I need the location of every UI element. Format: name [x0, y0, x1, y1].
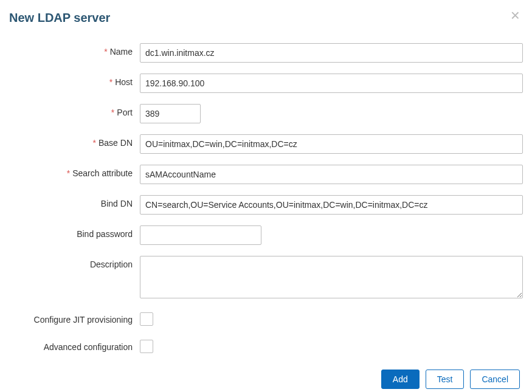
- search-attr-input[interactable]: [140, 165, 523, 184]
- base-dn-label: *Base DN: [9, 134, 140, 148]
- port-input[interactable]: [140, 104, 201, 123]
- description-input[interactable]: [140, 256, 523, 298]
- bind-password-label: Bind password: [9, 225, 140, 239]
- dialog-buttons: Add Test Cancel: [9, 370, 523, 389]
- description-label: Description: [9, 256, 140, 269]
- jit-checkbox[interactable]: [140, 312, 153, 326]
- bind-dn-input[interactable]: [140, 195, 523, 215]
- jit-label: Configure JIT provisioning: [9, 311, 140, 325]
- advanced-checkbox[interactable]: [140, 340, 153, 353]
- close-icon[interactable]: ×: [511, 7, 520, 23]
- cancel-button[interactable]: Cancel: [470, 370, 520, 389]
- dialog-title: New LDAP server: [9, 11, 523, 25]
- search-attr-label: *Search attribute: [9, 165, 140, 178]
- bind-password-input[interactable]: [140, 225, 261, 245]
- advanced-label: Advanced configuration: [9, 339, 140, 352]
- host-label: *Host: [9, 74, 140, 87]
- name-input[interactable]: [140, 43, 523, 63]
- add-button[interactable]: Add: [381, 370, 420, 389]
- host-input[interactable]: [140, 74, 523, 93]
- base-dn-input[interactable]: [140, 134, 523, 154]
- test-button[interactable]: Test: [426, 370, 465, 389]
- bind-dn-label: Bind DN: [9, 195, 140, 208]
- name-label: *Name: [9, 43, 140, 57]
- port-label: *Port: [9, 104, 140, 117]
